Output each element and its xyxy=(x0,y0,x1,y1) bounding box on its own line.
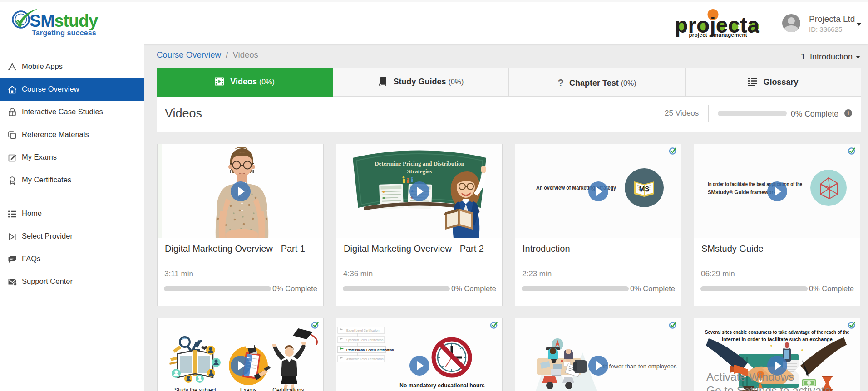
svg-text:p: p xyxy=(675,13,688,37)
svg-text:No mandatory educational hours: No mandatory educational hours xyxy=(399,382,485,389)
svg-text:project: project xyxy=(689,32,707,38)
svg-text:Determine Pricing and Distribu: Determine Pricing and Distribution xyxy=(375,160,464,167)
svg-text:Several sites enable consumers: Several sites enable consumers to take a… xyxy=(705,329,849,335)
svg-text:SMstudy: SMstudy xyxy=(30,11,98,30)
svg-text:Study the subject: Study the subject xyxy=(174,387,217,391)
svg-text:management: management xyxy=(714,32,747,38)
svg-text:Expert Level Certification: Expert Level Certification xyxy=(346,329,380,332)
svg-text:MS: MS xyxy=(639,185,650,192)
svg-text:Associate Level Certification: Associate Level Certification xyxy=(346,357,384,361)
svg-text:In order to facilitate the bes: In order to facilitate the best applicat… xyxy=(708,181,802,187)
svg-text:Professional Level Certificati: Professional Level Certification xyxy=(346,348,394,352)
svg-text:Certifications: Certifications xyxy=(272,387,304,391)
svg-text:a: a xyxy=(747,13,760,37)
svg-text:Specialist Level Certification: Specialist Level Certification xyxy=(346,338,384,342)
svg-text:Targeting success: Targeting success xyxy=(32,29,96,37)
svg-text:Exams: Exams xyxy=(240,387,257,391)
svg-text:Strategies: Strategies xyxy=(407,168,432,175)
svg-text:Internet in order to facilitat: Internet in order to facilitate such an … xyxy=(722,337,833,342)
svg-text:SMstudy® Guide framework: SMstudy® Guide framework xyxy=(708,189,776,196)
